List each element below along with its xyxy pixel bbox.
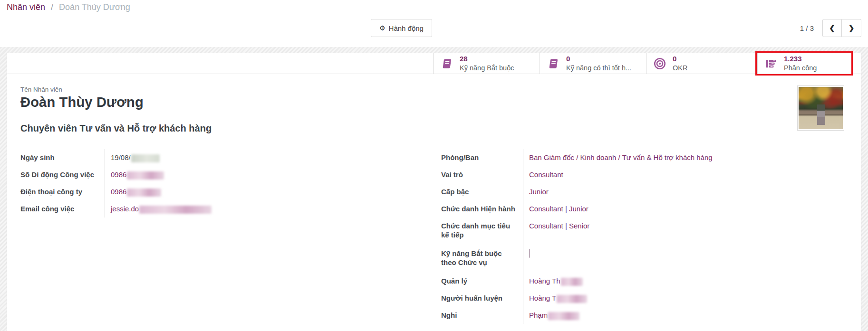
field-row-work-mobile: Số Di động Công việc 0986 xyxy=(20,166,441,183)
redacted-blur xyxy=(561,278,583,286)
title-block: Tên Nhân viên Đoàn Thùy Dương Chuyên viê… xyxy=(7,74,861,134)
stat-value: 0 xyxy=(566,54,631,64)
time-off-value: Phạm xyxy=(523,307,848,324)
chevron-right-icon: ❯ xyxy=(849,24,855,32)
field-label: Vai trò xyxy=(441,166,523,183)
photo-image xyxy=(799,87,843,129)
stat-value: 28 xyxy=(460,54,514,64)
book-icon xyxy=(440,57,453,70)
redacted-blur xyxy=(557,295,587,303)
field-row-time-off: Nghỉ Phạm xyxy=(441,307,848,324)
field-row-manager: Quản lý Hoàng Th xyxy=(441,273,848,290)
required-skills-checkbox[interactable] xyxy=(529,249,530,258)
field-row-role: Vai trò Consultant xyxy=(441,166,848,183)
stat-value: 0 xyxy=(673,54,687,64)
content-background: 28 Kỹ năng Bắt buộc xyxy=(0,47,868,331)
pager-previous-button[interactable]: ❮ xyxy=(822,19,842,37)
target-icon xyxy=(653,57,666,70)
required-skills-checkbox-cell xyxy=(523,245,848,273)
work-email-value: jessie.do xyxy=(105,200,441,218)
stat-button-okr[interactable]: 0 OKR xyxy=(646,53,757,74)
field-row-birthday: Ngày sinh 19/08/ xyxy=(20,149,441,166)
field-row-coach: Người huấn luyện Hoàng T xyxy=(441,290,848,307)
rank-value: Junior xyxy=(523,183,848,200)
assignments-icon xyxy=(764,57,778,70)
stat-label: Phân công xyxy=(784,64,817,73)
field-label: Người huấn luyện xyxy=(441,290,523,307)
form-sheet: 28 Kỹ năng Bắt buộc xyxy=(7,53,861,331)
redacted-blur xyxy=(127,171,164,180)
field-row-rank: Cấp bậc Junior xyxy=(441,183,848,200)
breadcrumb-parent-link[interactable]: Nhân viên xyxy=(7,2,45,12)
pager-next-button[interactable]: ❯ xyxy=(842,19,861,37)
field-label: Ngày sinh xyxy=(20,149,105,166)
pager: 1 / 3 ❮ ❯ xyxy=(800,19,861,37)
field-label: Chức danh mục tiêu kế tiếp xyxy=(441,218,523,245)
action-button[interactable]: ⚙ Hành động xyxy=(371,19,432,37)
redacted-blur xyxy=(131,154,160,162)
coach-value: Hoàng T xyxy=(523,290,848,307)
field-label: Điện thoại công ty xyxy=(20,183,105,200)
role-value: Consultant xyxy=(523,166,848,183)
field-label: Kỹ năng Bắt buộc theo Chức vụ xyxy=(441,245,523,273)
current-title-value: Consultant | Junior xyxy=(523,200,848,218)
employee-name: Đoàn Thùy Dương xyxy=(20,95,848,110)
gear-icon: ⚙ xyxy=(379,25,386,31)
redacted-blur xyxy=(139,206,212,214)
field-label: Nghỉ xyxy=(441,307,523,324)
employee-form-page: Nhân viên / Đoàn Thùy Dương ⚙ Hành động … xyxy=(0,0,868,331)
stat-label: OKR xyxy=(673,64,687,73)
stat-label: Kỹ năng có thì tốt h... xyxy=(566,64,631,73)
employee-job-title: Chuyên viên Tư vấn và Hỗ trợ khách hàng xyxy=(20,123,848,134)
work-phone-value: 0986 xyxy=(105,183,441,200)
redacted-blur xyxy=(548,312,579,320)
pager-counter: 1 / 3 xyxy=(800,24,814,32)
field-label: Cấp bậc xyxy=(441,183,523,200)
birthday-value: 19/08/ xyxy=(105,149,441,166)
field-label: Email công việc xyxy=(20,200,105,218)
field-label: Số Di động Công việc xyxy=(20,166,105,183)
department-value: Ban Giám đốc / Kinh doanh / Tư vấn & Hỗ … xyxy=(523,149,848,166)
field-label: Phòng/Ban xyxy=(441,149,523,166)
field-label: Quản lý xyxy=(441,273,523,290)
employee-name-label: Tên Nhân viên xyxy=(20,86,848,93)
redacted-blur xyxy=(127,189,161,197)
stat-button-assignments[interactable]: 1.233 Phân công xyxy=(757,53,851,74)
left-field-group: Ngày sinh 19/08/ Số Di động Công việc 09… xyxy=(20,149,441,218)
stat-button-bar: 28 Kỹ năng Bắt buộc xyxy=(7,53,861,74)
stat-label: Kỹ năng Bắt buộc xyxy=(460,64,514,73)
field-label: Chức danh Hiện hành xyxy=(441,200,523,218)
stat-value: 1.233 xyxy=(784,54,817,64)
breadcrumb-current: Đoàn Thùy Dương xyxy=(59,2,130,12)
field-groups: Ngày sinh 19/08/ Số Di động Công việc 09… xyxy=(7,149,861,324)
book-icon xyxy=(547,57,560,70)
stat-button-nice-to-have-skills[interactable]: 0 Kỹ năng có thì tốt h... xyxy=(540,53,646,74)
field-row-required-skills-by-position: Kỹ năng Bắt buộc theo Chức vụ xyxy=(441,245,848,273)
field-row-current-title: Chức danh Hiện hành Consultant | Junior xyxy=(441,200,848,218)
field-row-work-phone: Điện thoại công ty 0986 xyxy=(20,183,441,200)
field-row-next-title: Chức danh mục tiêu kế tiếp Consultant | … xyxy=(441,218,848,245)
action-button-label: Hành động xyxy=(389,24,424,32)
next-title-value: Consultant | Senior xyxy=(523,218,848,245)
field-row-work-email: Email công việc jessie.do xyxy=(20,200,441,218)
stat-button-required-skills[interactable]: 28 Kỹ năng Bắt buộc xyxy=(433,53,540,74)
employee-photo[interactable] xyxy=(797,85,844,131)
photo-person-blur xyxy=(817,104,825,125)
manager-value: Hoàng Th xyxy=(523,273,848,290)
breadcrumb: Nhân viên / Đoàn Thùy Dương xyxy=(7,2,130,12)
right-field-group: Phòng/Ban Ban Giám đốc / Kinh doanh / Tư… xyxy=(441,149,848,324)
field-row-department: Phòng/Ban Ban Giám đốc / Kinh doanh / Tư… xyxy=(441,149,848,166)
work-mobile-value: 0986 xyxy=(105,166,441,183)
pager-buttons: ❮ ❯ xyxy=(822,19,861,37)
breadcrumb-separator: / xyxy=(51,2,53,12)
control-panel: Nhân viên / Đoàn Thùy Dương ⚙ Hành động … xyxy=(0,0,868,47)
chevron-left-icon: ❮ xyxy=(829,24,835,32)
